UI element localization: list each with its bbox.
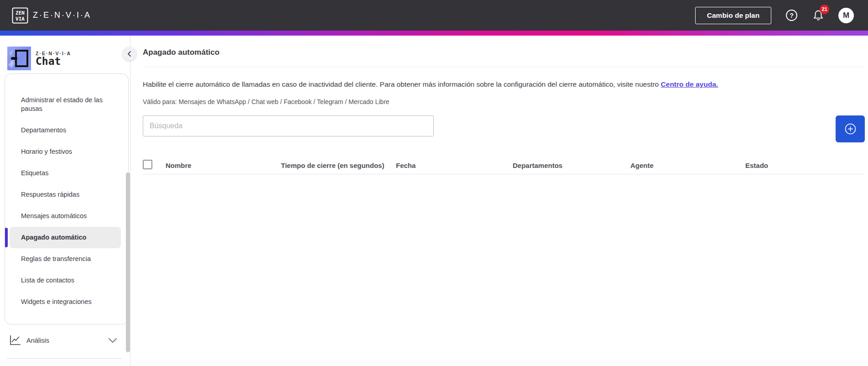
sidebar-item-widgets-integraciones[interactable]: Widgets e integraciones	[5, 291, 128, 313]
svg-text:ZEN: ZEN	[16, 10, 25, 16]
settings-menu: Administrar el estado de las pausas Depa…	[5, 73, 129, 324]
column-header-fecha: Fecha	[396, 162, 513, 169]
table-header: Nombre Tiempo de cierre (en segundos) Fe…	[143, 157, 865, 174]
sidebar-item-reglas-transferencia[interactable]: Reglas de transferencia	[5, 248, 128, 270]
sidebar-product-name: Chat	[36, 56, 71, 66]
sidebar-scrollbar-thumb[interactable]	[126, 173, 130, 352]
help-center-link[interactable]: Centro de ayuda.	[661, 80, 718, 88]
add-rule-button[interactable]	[836, 115, 865, 142]
sidebar-item-apagado-automatico[interactable]: Apagado automático	[10, 227, 121, 248]
topbar: ZEN VIA Z·E·N·V·I·A Cambio de plan ? 21 …	[0, 0, 868, 31]
sidebar-item-etiquetas[interactable]: Etiquetas	[5, 162, 128, 184]
active-item-indicator	[5, 228, 8, 247]
notification-count-badge: 21	[820, 5, 829, 14]
brand-gradient-bar	[0, 31, 868, 36]
svg-text:?: ?	[790, 12, 794, 19]
sidebar-item-respuestas-rapidas[interactable]: Respuestas rápidas	[5, 184, 128, 205]
analysis-label: Análisis	[26, 337, 49, 344]
sidebar-item-analisis[interactable]: Análisis	[9, 334, 117, 347]
notifications-bell-icon[interactable]: 21	[812, 9, 825, 22]
column-header-nombre: Nombre	[166, 162, 281, 169]
line-chart-icon	[9, 335, 21, 346]
column-header-tiempo-cierre: Tiempo de cierre (en segundos)	[281, 162, 396, 169]
zenvia-logo: ZEN VIA Z·E·N·V·I·A	[12, 7, 91, 24]
column-header-departamentos: Departamentos	[513, 162, 630, 169]
sidebar-item-lista-contactos[interactable]: Lista de contactos	[5, 270, 128, 291]
zenvia-logo-icon: ZEN VIA	[12, 7, 28, 24]
search-row	[143, 115, 865, 144]
sidebar-item-departamentos[interactable]: Departamentos	[5, 120, 128, 141]
sidebar-item-mensajes-automaticos[interactable]: Mensajes automáticos	[5, 205, 128, 227]
sidebar-divider	[7, 358, 122, 359]
main-content: Apagado automático Habilite el cierre au…	[130, 36, 868, 366]
chevron-left-icon	[126, 50, 133, 58]
page-header: Apagado automático	[143, 36, 865, 67]
search-input[interactable]	[143, 115, 434, 136]
sidebar-collapse-button[interactable]	[123, 47, 136, 61]
change-plan-button[interactable]: Cambio de plan	[695, 7, 771, 24]
sidebar-item-administrar-pausas[interactable]: Administrar el estado de las pausas	[5, 89, 128, 120]
sidebar: Z·E·N·V·I·A Chat Administrar el estado d…	[0, 36, 130, 366]
sidebar-item-horario-festivos[interactable]: Horario y festivos	[5, 141, 128, 162]
column-header-estado: Estado	[745, 162, 865, 169]
select-all-cell	[143, 160, 166, 171]
help-icon[interactable]: ?	[785, 9, 798, 21]
sidebar-item-label: Apagado automático	[21, 234, 86, 241]
description-text: Habilite el cierre automático de llamada…	[143, 80, 865, 89]
chat-logo-icon	[7, 47, 31, 70]
column-header-agente: Agente	[630, 162, 745, 169]
valid-for-text: Válido para: Mensajes de WhatsApp / Chat…	[143, 98, 865, 105]
select-all-checkbox[interactable]	[143, 160, 152, 169]
brand-name: Z·E·N·V·I·A	[33, 10, 91, 20]
plus-circle-icon	[844, 123, 857, 135]
table-body-empty	[143, 174, 865, 311]
page-title: Apagado automático	[143, 48, 219, 57]
description-body: Habilite el cierre automático de llamada…	[143, 80, 659, 88]
chevron-down-icon	[108, 338, 117, 343]
svg-text:VIA: VIA	[16, 16, 25, 22]
user-avatar[interactable]: M	[838, 8, 854, 23]
zenvia-chat-logo: Z·E·N·V·I·A Chat	[7, 47, 71, 70]
